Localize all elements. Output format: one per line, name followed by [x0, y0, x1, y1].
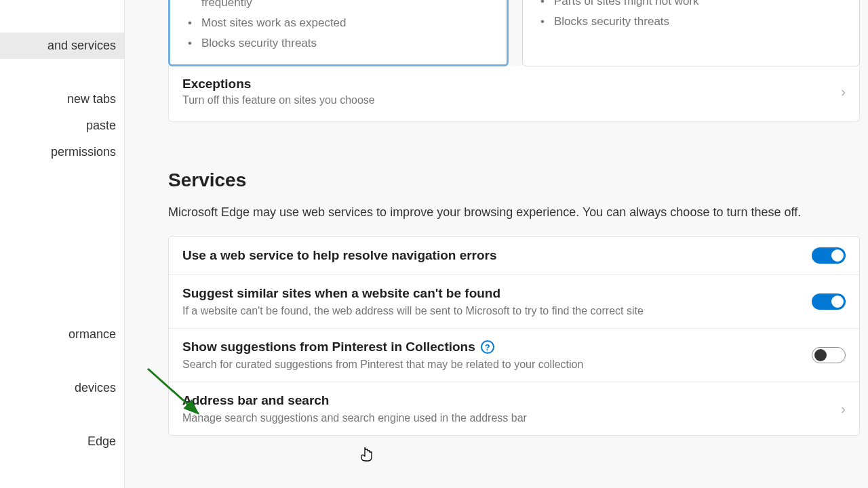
option-address-bar-search[interactable]: Address bar and search Manage search sug…	[169, 382, 859, 435]
option-desc: If a website can't be found, the web add…	[182, 305, 644, 317]
toggle-resolve-nav-errors[interactable]	[812, 247, 846, 264]
security-bullet: Blocks security threats	[182, 33, 494, 54]
option-desc: Manage search suggestions and search eng…	[182, 412, 527, 424]
sidebar: and services new tabs paste permissions …	[0, 0, 125, 488]
security-bullet: Parts of sites might not work	[535, 0, 847, 12]
sidebar-item-label: new tabs	[67, 92, 116, 106]
security-card-strict[interactable]: Adds security mitigations for all sites …	[522, 0, 860, 66]
sidebar-item-label: permissions	[51, 145, 116, 159]
option-desc: Search for curated suggestions from Pint…	[182, 359, 583, 371]
services-panel: Use a web service to help resolve naviga…	[168, 236, 860, 436]
section-sub-services: Microsoft Edge may use web services to i…	[168, 203, 860, 221]
option-title: Show suggestions from Pinterest in Colle…	[182, 340, 583, 354]
sidebar-item-label: paste	[86, 119, 116, 132]
option-pinterest-collections[interactable]: Show suggestions from Pinterest in Colle…	[169, 329, 859, 382]
sidebar-item-devices[interactable]: devices	[0, 375, 124, 401]
sidebar-item-label: Edge	[87, 434, 116, 448]
sidebar-item-label: devices	[75, 381, 116, 394]
sidebar-item-new-tabs[interactable]: new tabs	[0, 86, 124, 113]
exceptions-row[interactable]: Exceptions Turn off this feature on site…	[168, 66, 860, 122]
option-title: Address bar and search	[182, 393, 527, 408]
exceptions-desc: Turn off this feature on sites you choos…	[182, 94, 375, 106]
security-bullet: Most sites work as expected	[182, 13, 494, 33]
security-bullet: Adds security mitigations for sites you …	[182, 0, 494, 13]
option-title: Use a web service to help resolve naviga…	[182, 248, 497, 263]
help-icon[interactable]: ?	[481, 340, 494, 354]
option-resolve-nav-errors[interactable]: Use a web service to help resolve naviga…	[169, 237, 859, 275]
sidebar-item-edge[interactable]: Edge	[0, 428, 124, 455]
sidebar-item-permissions[interactable]: permissions	[0, 139, 124, 165]
security-bullet: Blocks security threats	[535, 12, 847, 32]
exceptions-title: Exceptions	[182, 77, 375, 92]
security-card-balanced[interactable]: Adds security mitigations for sites you …	[168, 0, 509, 66]
main-content: Adds security mitigations for sites you …	[125, 0, 868, 488]
chevron-right-icon: ›	[841, 401, 846, 417]
sidebar-item-label: and services	[47, 39, 116, 52]
chevron-right-icon: ›	[841, 84, 846, 100]
sidebar-item-privacy-services[interactable]: and services	[0, 33, 124, 59]
sidebar-item-label: ormance	[68, 327, 116, 341]
section-heading-services: Services	[168, 169, 860, 191]
option-suggest-similar-sites[interactable]: Suggest similar sites when a website can…	[169, 275, 859, 329]
toggle-pinterest-collections[interactable]	[812, 347, 846, 363]
option-title: Suggest similar sites when a website can…	[182, 286, 644, 301]
sidebar-item-paste[interactable]: paste	[0, 113, 124, 139]
security-level-row: Adds security mitigations for sites you …	[168, 0, 860, 66]
toggle-suggest-similar-sites[interactable]	[812, 293, 846, 310]
sidebar-item-performance[interactable]: ormance	[0, 321, 124, 348]
